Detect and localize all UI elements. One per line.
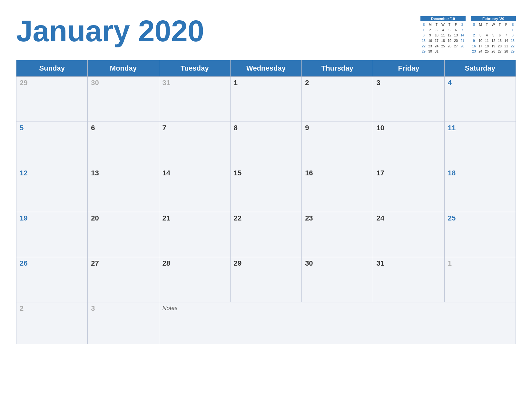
day-number: 30	[91, 79, 99, 87]
calendar-day[interactable]: 28	[159, 257, 230, 302]
day-number: 31	[163, 79, 170, 87]
notes-label: Notes	[163, 305, 178, 311]
calendar-day[interactable]: 14	[159, 167, 230, 212]
calendar-day[interactable]: 7	[159, 122, 230, 167]
calendar-day[interactable]: 12	[16, 167, 88, 212]
day-number: 15	[234, 169, 241, 177]
mini-cal-february-header: February '20	[471, 16, 516, 21]
mini-cal-th: S	[420, 22, 427, 27]
page-title: January 2020	[16, 13, 204, 46]
calendar-day[interactable]: 31	[159, 77, 230, 122]
day-number: 4	[448, 79, 452, 87]
day-number: 22	[234, 214, 241, 222]
calendar-day[interactable]: 23	[302, 212, 373, 257]
calendar-day[interactable]: 6	[88, 122, 159, 167]
calendar-day[interactable]: 21	[159, 212, 230, 257]
mini-cal-december: December '19 S M T W T F S 1 2 3 4 5	[420, 16, 466, 54]
day-number: 14	[163, 169, 170, 177]
calendar-day[interactable]: 22	[230, 212, 301, 257]
mini-cal-th: T	[433, 22, 440, 27]
calendar-week-5: 2627282930311	[16, 257, 516, 302]
calendar-day[interactable]: 29	[230, 257, 301, 302]
weekday-sunday: Sunday	[16, 60, 88, 77]
calendar-day[interactable]: 10	[373, 122, 444, 167]
weekday-thursday: Thursday	[302, 60, 373, 77]
mini-cal-th: M	[427, 22, 433, 27]
mini-cal-th: F	[503, 22, 509, 27]
day-number: 12	[20, 169, 27, 177]
calendar-day[interactable]: 1	[444, 257, 516, 302]
mini-cal-th: T	[446, 22, 453, 27]
day-number: 8	[234, 124, 238, 132]
day-number: 1	[448, 259, 452, 267]
notes-cell[interactable]: Notes	[159, 302, 516, 344]
calendar-day[interactable]: 13	[88, 167, 159, 212]
calendar-day[interactable]: 17	[373, 167, 444, 212]
calendar-day[interactable]: 11	[444, 122, 516, 167]
calendar-last-row: 23Notes	[16, 302, 516, 344]
calendar-day[interactable]: 2	[302, 77, 373, 122]
calendar-day[interactable]: 29	[16, 77, 88, 122]
mini-cal-th: W	[490, 22, 497, 27]
calendar-day[interactable]: 24	[373, 212, 444, 257]
day-number: 31	[376, 259, 384, 267]
calendar-day[interactable]: 8	[230, 122, 301, 167]
mini-cal-february: February '20 S M T W T F S	[471, 16, 516, 54]
day-number: 25	[448, 214, 456, 222]
day-number: 2	[20, 304, 24, 312]
day-number: 30	[305, 259, 313, 267]
calendar-day[interactable]: 30	[302, 257, 373, 302]
calendar-day[interactable]: 20	[88, 212, 159, 257]
calendar-day[interactable]: 26	[16, 257, 88, 302]
day-number: 21	[163, 214, 170, 222]
day-number: 10	[376, 124, 384, 132]
day-number: 17	[376, 169, 384, 177]
weekday-saturday: Saturday	[444, 60, 516, 77]
calendar-day[interactable]: 19	[16, 212, 88, 257]
calendar-day[interactable]: 25	[444, 212, 516, 257]
calendar-day[interactable]: 27	[88, 257, 159, 302]
day-number: 3	[91, 304, 95, 312]
weekday-friday: Friday	[373, 60, 444, 77]
day-number: 29	[20, 79, 27, 87]
calendar-day[interactable]: 3	[373, 77, 444, 122]
mini-cal-th: M	[477, 22, 484, 27]
day-number: 5	[20, 124, 24, 132]
mini-cal-th: F	[453, 22, 459, 27]
mini-calendars-container: December '19 S M T W T F S 1 2 3 4 5	[420, 16, 516, 54]
weekday-tuesday: Tuesday	[159, 60, 230, 77]
day-number: 27	[91, 259, 99, 267]
calendar-day[interactable]: 1	[230, 77, 301, 122]
calendar-day[interactable]: 16	[302, 167, 373, 212]
mini-cal-th: W	[440, 22, 446, 27]
calendar-day[interactable]: 2	[16, 302, 88, 344]
calendar-week-3: 12131415161718	[16, 167, 516, 212]
mini-cal-th: S	[471, 22, 477, 27]
calendar-day[interactable]: 18	[444, 167, 516, 212]
mini-cal-th: S	[459, 22, 466, 27]
day-number: 18	[448, 169, 456, 177]
calendar-week-1: 2930311234	[16, 77, 516, 122]
day-number: 26	[20, 259, 27, 267]
calendar-day[interactable]: 5	[16, 122, 88, 167]
day-number: 24	[376, 214, 384, 222]
main-calendar: Sunday Monday Tuesday Wednesday Thursday…	[16, 60, 516, 344]
day-number: 6	[91, 124, 95, 132]
calendar-day[interactable]: 3	[88, 302, 159, 344]
day-number: 7	[163, 124, 166, 132]
calendar-day[interactable]: 15	[230, 167, 301, 212]
calendar-day[interactable]: 30	[88, 77, 159, 122]
day-number: 3	[376, 79, 380, 87]
day-number: 2	[305, 79, 309, 87]
day-number: 23	[305, 214, 313, 222]
calendar-week-2: 567891011	[16, 122, 516, 167]
mini-cal-th: S	[509, 22, 516, 27]
day-number: 1	[234, 79, 238, 87]
calendar-day[interactable]: 4	[444, 77, 516, 122]
day-number: 29	[234, 259, 241, 267]
day-number: 20	[91, 214, 99, 222]
calendar-day[interactable]: 31	[373, 257, 444, 302]
calendar-day[interactable]: 9	[302, 122, 373, 167]
calendar-week-4: 19202122232425	[16, 212, 516, 257]
top-section: January 2020 December '19 S M T W T F S …	[16, 13, 516, 54]
